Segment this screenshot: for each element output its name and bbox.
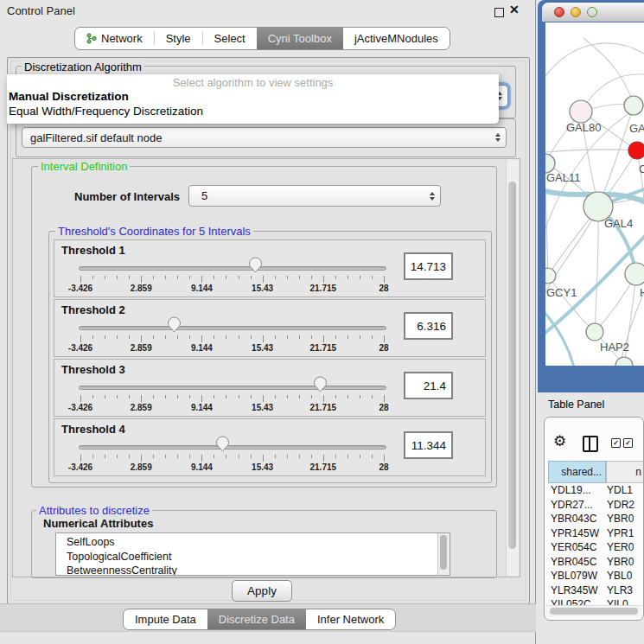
slider-track[interactable] <box>79 386 386 390</box>
table-row[interactable]: YIL052CYIL0 <box>545 597 643 605</box>
threshold-row: Threshold 2-3.4262.8599.14415.4321.71528… <box>54 299 486 357</box>
network-node[interactable] <box>586 323 603 341</box>
slider-track[interactable] <box>79 326 386 330</box>
attributes-listbox[interactable]: SelfLoopsTopologicalCoefficientBetweenne… <box>55 532 450 576</box>
slider-tick-label: 15.43 <box>252 403 273 412</box>
tab-impute-data[interactable]: Impute Data <box>124 609 207 629</box>
table-row[interactable]: YLR345WYLR3 <box>545 583 643 598</box>
network-node[interactable] <box>628 142 644 159</box>
network-edge[interactable] <box>545 43 644 76</box>
network-edge[interactable] <box>583 38 634 105</box>
network-edge[interactable] <box>595 207 598 332</box>
slider-tick <box>105 276 105 279</box>
table-row[interactable]: YPR145WYPR1 <box>545 526 643 541</box>
scrollbar-thumb[interactable] <box>508 182 516 549</box>
network-canvas-svg: GAL80GACGAL11GAL4GCY1HHAP2 <box>545 22 644 366</box>
gear-icon[interactable]: ⚙ <box>553 432 566 450</box>
tab-discretize-data[interactable]: Discretize Data <box>207 609 306 629</box>
slider-tick-label: 28 <box>379 462 388 472</box>
network-edge-thick[interactable] <box>545 309 574 366</box>
slider-tick-label: 9.144 <box>191 343 213 353</box>
close-traffic-light[interactable] <box>554 7 564 17</box>
network-node[interactable] <box>545 268 556 284</box>
slider-tick <box>348 455 348 458</box>
network-edge[interactable] <box>620 292 644 366</box>
slider-track[interactable] <box>79 445 386 450</box>
horizontal-scrollbar[interactable] <box>545 605 642 617</box>
apply-button[interactable]: Apply <box>232 580 292 602</box>
slider-thumb[interactable] <box>313 376 328 396</box>
threshold-value-field[interactable]: 14.713 <box>404 252 453 280</box>
checkbox-icon[interactable]: ✓ <box>623 438 633 448</box>
interval-definition-label: Interval Definition <box>38 160 130 173</box>
cell-name: YPR1 <box>603 527 634 539</box>
tab-cyni-toolbox[interactable]: Cyni Toolbox <box>257 28 343 49</box>
checkbox-icon[interactable]: ✓ <box>611 438 621 448</box>
vertical-scrollbar[interactable] <box>506 160 519 576</box>
table-row[interactable]: YDL19...YDL1 <box>545 483 643 498</box>
minimize-traffic-light[interactable] <box>571 7 581 17</box>
slider-tick <box>372 335 373 339</box>
slider-thumb[interactable] <box>215 436 230 456</box>
network-edge[interactable] <box>598 105 634 207</box>
network-canvas[interactable]: GAL80GACGAL11GAL4GCY1HHAP2 <box>545 22 644 366</box>
slider-track[interactable] <box>79 266 386 271</box>
slider-tick <box>251 335 252 339</box>
slider-tick <box>165 276 166 279</box>
network-node-label: C <box>639 163 644 175</box>
tab-style[interactable]: Style <box>155 28 202 49</box>
column-header-name[interactable]: n <box>606 461 644 483</box>
network-node[interactable] <box>545 154 555 173</box>
slider-tick <box>141 335 142 342</box>
table-row[interactable]: YDR27...YDR2 <box>545 498 643 513</box>
num-intervals-combobox[interactable]: 5 <box>188 185 441 207</box>
float-window-icon[interactable] <box>494 8 504 17</box>
list-scrollbar[interactable] <box>437 533 450 575</box>
slider-tick <box>177 455 178 458</box>
table-row[interactable]: YBR043CYBR0 <box>545 512 643 526</box>
column-layout-icon[interactable] <box>583 436 598 452</box>
slider-tick <box>177 395 178 399</box>
slider-tick <box>105 395 105 399</box>
slider-tick <box>129 395 130 399</box>
threshold-value-field[interactable]: 21.4 <box>404 372 453 399</box>
network-window-titlebar[interactable] <box>542 3 644 22</box>
network-node[interactable] <box>624 96 643 115</box>
slider-tick-label: 21.715 <box>310 284 337 293</box>
slider-thumb[interactable] <box>248 257 263 277</box>
slider-thumb[interactable] <box>167 316 182 336</box>
attribute-list-item[interactable]: BetweennessCentrality <box>56 564 450 576</box>
tab-infer-network[interactable]: Infer Network <box>306 609 395 629</box>
table-row[interactable]: YBL079WYBL0 <box>545 569 643 583</box>
dropdown-option-manual[interactable]: Manual Discretization <box>7 89 499 104</box>
slider-tick <box>201 276 202 283</box>
close-icon[interactable]: ✕ <box>509 3 520 16</box>
tab-jactivemnodules[interactable]: jActiveMNodules <box>343 28 450 49</box>
network-node-label: HAP2 <box>600 341 629 354</box>
horizontal-scrollbar-thumb[interactable] <box>550 608 638 615</box>
threshold-value-field[interactable]: 6.316 <box>404 312 453 340</box>
tab-network[interactable]: Network <box>75 28 154 49</box>
dropdown-option-equal-width[interactable]: Equal Width/Frequency Discretization <box>7 104 499 118</box>
slider-tick <box>80 335 81 342</box>
zoom-traffic-light[interactable] <box>587 7 597 17</box>
cell-name: YBR0 <box>603 556 634 568</box>
slider-tick <box>299 276 300 279</box>
attribute-list-item[interactable]: SelfLoops <box>56 535 450 550</box>
network-edge[interactable] <box>545 150 637 152</box>
slider-tick <box>360 276 360 279</box>
tab-select[interactable]: Select <box>203 28 257 49</box>
table-row[interactable]: YBR045CYBR0 <box>545 555 643 570</box>
threshold-value-field[interactable]: 11.344 <box>404 431 453 459</box>
table-row[interactable]: YER054CYER0 <box>545 540 643 555</box>
slider-tick <box>299 335 300 339</box>
slider-tick <box>165 455 166 458</box>
attribute-list-item[interactable]: TopologicalCoefficient <box>56 550 450 564</box>
network-edge[interactable] <box>545 188 548 276</box>
network-node[interactable] <box>625 263 644 285</box>
table-data-combobox[interactable]: galFiltered.sif default node <box>22 127 507 148</box>
slider-tick <box>177 276 178 279</box>
list-scrollbar-thumb[interactable] <box>440 535 447 570</box>
column-header-shared[interactable]: shared... <box>548 461 606 483</box>
network-node[interactable] <box>570 100 592 123</box>
